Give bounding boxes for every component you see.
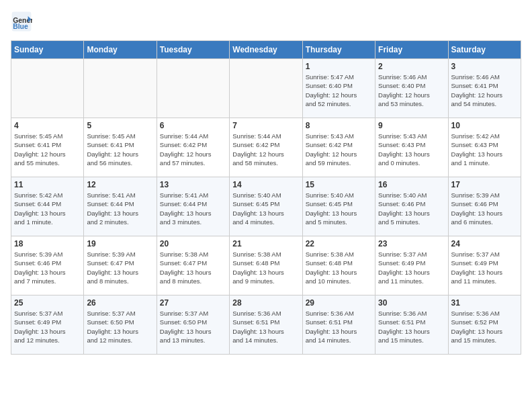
day-header-friday: Friday (375, 41, 448, 59)
day-number: 27 (160, 298, 226, 308)
calendar-cell (157, 59, 229, 118)
calendar-cell (11, 59, 84, 118)
calendar-cell (84, 59, 157, 118)
day-info: Sunrise: 5:43 AM Sunset: 6:42 PM Dayligh… (306, 132, 372, 167)
day-header-saturday: Saturday (448, 41, 521, 59)
day-number: 22 (306, 239, 372, 248)
day-number: 3 (451, 62, 518, 71)
calendar-cell: 30Sunrise: 5:36 AM Sunset: 6:51 PM Dayli… (375, 295, 448, 355)
day-number: 21 (232, 239, 299, 248)
calendar-cell: 25Sunrise: 5:37 AM Sunset: 6:49 PM Dayli… (11, 295, 84, 355)
calendar-cell: 19Sunrise: 5:39 AM Sunset: 6:47 PM Dayli… (84, 236, 157, 295)
calendar-header-row: SundayMondayTuesdayWednesdayThursdayFrid… (11, 41, 521, 59)
logo: General Blue (11, 11, 35, 32)
day-number: 30 (378, 298, 445, 308)
day-info: Sunrise: 5:37 AM Sunset: 6:49 PM Dayligh… (451, 250, 518, 285)
day-header-tuesday: Tuesday (157, 41, 229, 59)
day-number: 24 (451, 239, 518, 248)
day-number: 7 (232, 121, 299, 130)
day-number: 6 (160, 121, 226, 130)
day-info: Sunrise: 5:37 AM Sunset: 6:50 PM Dayligh… (160, 309, 226, 345)
calendar-cell: 14Sunrise: 5:40 AM Sunset: 6:45 PM Dayli… (230, 177, 302, 236)
calendar-cell: 18Sunrise: 5:39 AM Sunset: 6:46 PM Dayli… (11, 236, 84, 295)
day-number: 26 (87, 298, 153, 308)
calendar-cell: 9Sunrise: 5:43 AM Sunset: 6:43 PM Daylig… (375, 118, 448, 177)
day-number: 16 (378, 180, 445, 189)
day-number: 10 (451, 121, 518, 130)
svg-text:Blue: Blue (13, 23, 28, 30)
day-header-monday: Monday (84, 41, 157, 59)
day-info: Sunrise: 5:36 AM Sunset: 6:51 PM Dayligh… (232, 309, 299, 345)
week-row-5: 25Sunrise: 5:37 AM Sunset: 6:49 PM Dayli… (11, 295, 521, 355)
calendar-table: SundayMondayTuesdayWednesdayThursdayFrid… (11, 40, 521, 355)
day-info: Sunrise: 5:36 AM Sunset: 6:51 PM Dayligh… (378, 309, 445, 345)
day-info: Sunrise: 5:42 AM Sunset: 6:44 PM Dayligh… (14, 191, 81, 226)
day-info: Sunrise: 5:45 AM Sunset: 6:41 PM Dayligh… (14, 132, 81, 167)
calendar-cell: 4Sunrise: 5:45 AM Sunset: 6:41 PM Daylig… (11, 118, 84, 177)
day-number: 28 (232, 298, 299, 308)
calendar-cell (230, 59, 302, 118)
day-number: 14 (232, 180, 299, 189)
logo-icon: General Blue (11, 11, 32, 32)
day-number: 9 (378, 121, 445, 130)
day-info: Sunrise: 5:40 AM Sunset: 6:45 PM Dayligh… (232, 191, 299, 226)
calendar-cell: 31Sunrise: 5:36 AM Sunset: 6:52 PM Dayli… (448, 295, 521, 355)
calendar-cell: 29Sunrise: 5:36 AM Sunset: 6:51 PM Dayli… (302, 295, 375, 355)
day-number: 15 (306, 180, 372, 189)
day-number: 23 (378, 239, 445, 248)
day-info: Sunrise: 5:37 AM Sunset: 6:50 PM Dayligh… (87, 309, 153, 345)
calendar-cell: 27Sunrise: 5:37 AM Sunset: 6:50 PM Dayli… (157, 295, 229, 355)
day-number: 5 (87, 121, 153, 130)
day-info: Sunrise: 5:44 AM Sunset: 6:42 PM Dayligh… (232, 132, 299, 167)
day-info: Sunrise: 5:38 AM Sunset: 6:47 PM Dayligh… (160, 250, 226, 285)
calendar-cell: 24Sunrise: 5:37 AM Sunset: 6:49 PM Dayli… (448, 236, 521, 295)
day-info: Sunrise: 5:37 AM Sunset: 6:49 PM Dayligh… (378, 250, 445, 285)
calendar-cell: 26Sunrise: 5:37 AM Sunset: 6:50 PM Dayli… (84, 295, 157, 355)
day-number: 4 (14, 121, 81, 130)
day-info: Sunrise: 5:42 AM Sunset: 6:43 PM Dayligh… (451, 132, 518, 167)
calendar-cell: 1Sunrise: 5:47 AM Sunset: 6:40 PM Daylig… (302, 59, 375, 118)
day-info: Sunrise: 5:43 AM Sunset: 6:43 PM Dayligh… (378, 132, 445, 167)
day-info: Sunrise: 5:36 AM Sunset: 6:52 PM Dayligh… (451, 309, 518, 345)
calendar-cell: 5Sunrise: 5:45 AM Sunset: 6:41 PM Daylig… (84, 118, 157, 177)
calendar-cell: 21Sunrise: 5:38 AM Sunset: 6:48 PM Dayli… (230, 236, 302, 295)
day-number: 31 (451, 298, 518, 308)
calendar-cell: 6Sunrise: 5:44 AM Sunset: 6:42 PM Daylig… (157, 118, 229, 177)
calendar-cell: 23Sunrise: 5:37 AM Sunset: 6:49 PM Dayli… (375, 236, 448, 295)
day-info: Sunrise: 5:46 AM Sunset: 6:41 PM Dayligh… (451, 73, 518, 108)
calendar-cell: 13Sunrise: 5:41 AM Sunset: 6:44 PM Dayli… (157, 177, 229, 236)
day-number: 13 (160, 180, 226, 189)
day-number: 29 (306, 298, 372, 308)
calendar-cell: 22Sunrise: 5:38 AM Sunset: 6:48 PM Dayli… (302, 236, 375, 295)
day-number: 18 (14, 239, 81, 248)
calendar-cell: 7Sunrise: 5:44 AM Sunset: 6:42 PM Daylig… (230, 118, 302, 177)
day-info: Sunrise: 5:38 AM Sunset: 6:48 PM Dayligh… (232, 250, 299, 285)
day-number: 17 (451, 180, 518, 189)
calendar-cell: 17Sunrise: 5:39 AM Sunset: 6:46 PM Dayli… (448, 177, 521, 236)
calendar-cell: 20Sunrise: 5:38 AM Sunset: 6:47 PM Dayli… (157, 236, 229, 295)
day-number: 19 (87, 239, 153, 248)
day-info: Sunrise: 5:40 AM Sunset: 6:46 PM Dayligh… (378, 191, 445, 226)
day-info: Sunrise: 5:37 AM Sunset: 6:49 PM Dayligh… (14, 309, 81, 345)
day-info: Sunrise: 5:46 AM Sunset: 6:40 PM Dayligh… (378, 73, 445, 108)
page-header: General Blue (11, 11, 521, 32)
calendar-cell: 12Sunrise: 5:41 AM Sunset: 6:44 PM Dayli… (84, 177, 157, 236)
day-number: 25 (14, 298, 81, 308)
week-row-1: 1Sunrise: 5:47 AM Sunset: 6:40 PM Daylig… (11, 59, 521, 118)
day-info: Sunrise: 5:39 AM Sunset: 6:46 PM Dayligh… (14, 250, 81, 285)
day-info: Sunrise: 5:36 AM Sunset: 6:51 PM Dayligh… (306, 309, 372, 345)
day-number: 1 (306, 62, 372, 71)
day-info: Sunrise: 5:44 AM Sunset: 6:42 PM Dayligh… (160, 132, 226, 167)
day-number: 8 (306, 121, 372, 130)
day-header-wednesday: Wednesday (230, 41, 302, 59)
day-header-sunday: Sunday (11, 41, 84, 59)
week-row-3: 11Sunrise: 5:42 AM Sunset: 6:44 PM Dayli… (11, 177, 521, 236)
day-info: Sunrise: 5:47 AM Sunset: 6:40 PM Dayligh… (306, 73, 372, 108)
calendar-cell: 3Sunrise: 5:46 AM Sunset: 6:41 PM Daylig… (448, 59, 521, 118)
day-info: Sunrise: 5:39 AM Sunset: 6:47 PM Dayligh… (87, 250, 153, 285)
day-info: Sunrise: 5:41 AM Sunset: 6:44 PM Dayligh… (160, 191, 226, 226)
day-header-thursday: Thursday (302, 41, 375, 59)
day-number: 20 (160, 239, 226, 248)
calendar-cell: 2Sunrise: 5:46 AM Sunset: 6:40 PM Daylig… (375, 59, 448, 118)
day-number: 12 (87, 180, 153, 189)
